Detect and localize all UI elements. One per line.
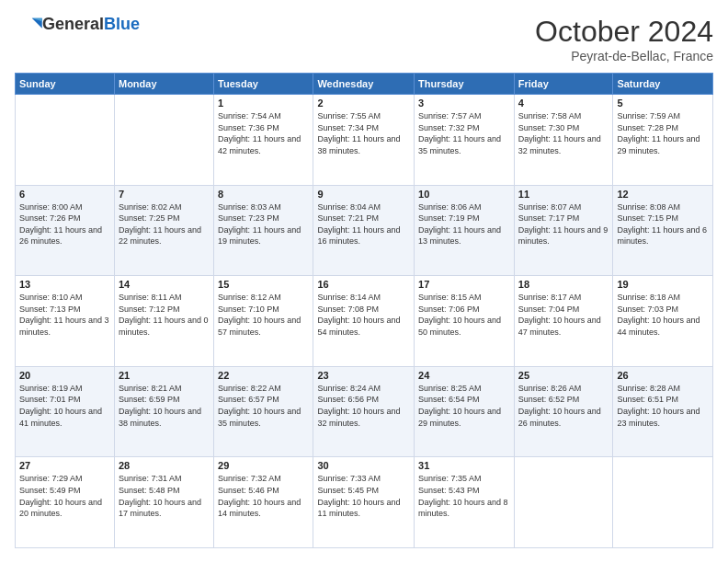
calendar-week-2: 6Sunrise: 8:00 AM Sunset: 7:26 PM Daylig… [16, 185, 713, 276]
cell-day-number: 18 [518, 279, 609, 290]
cell-detail: Sunrise: 8:11 AM Sunset: 7:12 PM Dayligh… [119, 292, 210, 338]
cell-detail: Sunrise: 8:07 AM Sunset: 7:17 PM Dayligh… [518, 201, 609, 247]
col-thursday: Thursday [415, 74, 515, 95]
calendar-cell: 29Sunrise: 7:32 AM Sunset: 5:46 PM Dayli… [214, 457, 313, 548]
calendar-cell: 3Sunrise: 7:57 AM Sunset: 7:32 PM Daylig… [415, 95, 515, 186]
cell-day-number: 9 [317, 189, 410, 200]
calendar-week-4: 20Sunrise: 8:19 AM Sunset: 7:01 PM Dayli… [16, 366, 713, 457]
calendar-week-3: 13Sunrise: 8:10 AM Sunset: 7:13 PM Dayli… [16, 276, 713, 367]
calendar-cell: 20Sunrise: 8:19 AM Sunset: 7:01 PM Dayli… [16, 366, 115, 457]
cell-detail: Sunrise: 8:15 AM Sunset: 7:06 PM Dayligh… [418, 292, 510, 338]
calendar-cell: 18Sunrise: 8:17 AM Sunset: 7:04 PM Dayli… [514, 276, 613, 367]
calendar-cell: 12Sunrise: 8:08 AM Sunset: 7:15 PM Dayli… [613, 185, 713, 276]
calendar-cell: 10Sunrise: 8:06 AM Sunset: 7:19 PM Dayli… [415, 185, 515, 276]
cell-day-number: 21 [119, 370, 210, 381]
calendar-cell: 28Sunrise: 7:31 AM Sunset: 5:48 PM Dayli… [114, 457, 213, 548]
calendar-cell [613, 457, 713, 548]
col-friday: Friday [514, 74, 613, 95]
calendar-cell [16, 95, 115, 186]
cell-detail: Sunrise: 8:04 AM Sunset: 7:21 PM Dayligh… [317, 201, 410, 247]
cell-day-number: 17 [418, 279, 510, 290]
calendar-cell: 9Sunrise: 8:04 AM Sunset: 7:21 PM Daylig… [313, 185, 415, 276]
col-sunday: Sunday [16, 74, 115, 95]
cell-detail: Sunrise: 7:57 AM Sunset: 7:32 PM Dayligh… [418, 110, 510, 156]
cell-detail: Sunrise: 8:19 AM Sunset: 7:01 PM Dayligh… [19, 383, 110, 429]
cell-detail: Sunrise: 8:08 AM Sunset: 7:15 PM Dayligh… [617, 201, 709, 247]
cell-detail: Sunrise: 8:10 AM Sunset: 7:13 PM Dayligh… [19, 292, 110, 338]
cell-day-number: 30 [317, 460, 410, 471]
cell-detail: Sunrise: 8:06 AM Sunset: 7:19 PM Dayligh… [418, 201, 510, 247]
cell-day-number: 1 [218, 98, 309, 109]
calendar-cell: 27Sunrise: 7:29 AM Sunset: 5:49 PM Dayli… [16, 457, 115, 548]
cell-detail: Sunrise: 8:25 AM Sunset: 6:54 PM Dayligh… [418, 383, 510, 429]
svg-rect-0 [17, 15, 42, 35]
calendar-cell: 19Sunrise: 8:18 AM Sunset: 7:03 PM Dayli… [613, 276, 713, 367]
calendar-table: Sunday Monday Tuesday Wednesday Thursday… [15, 73, 713, 548]
cell-detail: Sunrise: 7:35 AM Sunset: 5:43 PM Dayligh… [418, 473, 510, 519]
calendar-cell: 15Sunrise: 8:12 AM Sunset: 7:10 PM Dayli… [214, 276, 313, 367]
cell-detail: Sunrise: 7:55 AM Sunset: 7:34 PM Dayligh… [317, 110, 410, 156]
cell-detail: Sunrise: 7:59 AM Sunset: 7:28 PM Dayligh… [617, 110, 709, 156]
cell-day-number: 12 [617, 189, 709, 200]
cell-day-number: 10 [418, 189, 510, 200]
calendar-week-5: 27Sunrise: 7:29 AM Sunset: 5:49 PM Dayli… [16, 457, 713, 548]
cell-day-number: 4 [518, 98, 609, 109]
cell-detail: Sunrise: 7:32 AM Sunset: 5:46 PM Dayligh… [218, 473, 309, 519]
cell-day-number: 28 [119, 460, 210, 471]
calendar-cell: 13Sunrise: 8:10 AM Sunset: 7:13 PM Dayli… [16, 276, 115, 367]
calendar-cell: 22Sunrise: 8:22 AM Sunset: 6:57 PM Dayli… [214, 366, 313, 457]
cell-day-number: 22 [218, 370, 309, 381]
cell-day-number: 16 [317, 279, 410, 290]
cell-day-number: 13 [19, 279, 110, 290]
cell-day-number: 24 [418, 370, 510, 381]
calendar-cell: 14Sunrise: 8:11 AM Sunset: 7:12 PM Dayli… [114, 276, 213, 367]
cell-day-number: 23 [317, 370, 410, 381]
cell-day-number: 8 [218, 189, 309, 200]
logo: GeneralBlue [15, 15, 140, 35]
cell-detail: Sunrise: 7:31 AM Sunset: 5:48 PM Dayligh… [119, 473, 210, 519]
cell-day-number: 27 [19, 460, 110, 471]
calendar-cell: 4Sunrise: 7:58 AM Sunset: 7:30 PM Daylig… [514, 95, 613, 186]
col-monday: Monday [114, 74, 213, 95]
calendar-cell [114, 95, 213, 186]
cell-detail: Sunrise: 7:29 AM Sunset: 5:49 PM Dayligh… [19, 473, 110, 519]
calendar-cell: 31Sunrise: 7:35 AM Sunset: 5:43 PM Dayli… [415, 457, 515, 548]
cell-day-number: 31 [418, 460, 510, 471]
cell-day-number: 26 [617, 370, 709, 381]
calendar-cell: 8Sunrise: 8:03 AM Sunset: 7:23 PM Daylig… [214, 185, 313, 276]
calendar-header-row: Sunday Monday Tuesday Wednesday Thursday… [16, 74, 713, 95]
cell-day-number: 19 [617, 279, 709, 290]
logo-icon [17, 15, 42, 35]
cell-day-number: 2 [317, 98, 410, 109]
cell-detail: Sunrise: 8:26 AM Sunset: 6:52 PM Dayligh… [518, 383, 609, 429]
calendar-cell: 26Sunrise: 8:28 AM Sunset: 6:51 PM Dayli… [613, 366, 713, 457]
col-tuesday: Tuesday [214, 74, 313, 95]
cell-day-number: 20 [19, 370, 110, 381]
cell-detail: Sunrise: 8:14 AM Sunset: 7:08 PM Dayligh… [317, 292, 410, 338]
cell-detail: Sunrise: 8:24 AM Sunset: 6:56 PM Dayligh… [317, 383, 410, 429]
calendar-cell: 5Sunrise: 7:59 AM Sunset: 7:28 PM Daylig… [613, 95, 713, 186]
cell-detail: Sunrise: 7:54 AM Sunset: 7:36 PM Dayligh… [218, 110, 309, 156]
calendar-cell: 17Sunrise: 8:15 AM Sunset: 7:06 PM Dayli… [415, 276, 515, 367]
calendar-cell: 6Sunrise: 8:00 AM Sunset: 7:26 PM Daylig… [16, 185, 115, 276]
cell-detail: Sunrise: 8:12 AM Sunset: 7:10 PM Dayligh… [218, 292, 309, 338]
title-block: October 2024 Peyrat-de-Bellac, France [535, 15, 713, 63]
cell-day-number: 6 [19, 189, 110, 200]
col-saturday: Saturday [613, 74, 713, 95]
calendar-cell: 11Sunrise: 8:07 AM Sunset: 7:17 PM Dayli… [514, 185, 613, 276]
cell-detail: Sunrise: 8:28 AM Sunset: 6:51 PM Dayligh… [617, 383, 709, 429]
page-header: GeneralBlue October 2024 Peyrat-de-Bella… [15, 15, 713, 63]
cell-detail: Sunrise: 7:58 AM Sunset: 7:30 PM Dayligh… [518, 110, 609, 156]
cell-day-number: 7 [119, 189, 210, 200]
calendar-cell: 25Sunrise: 8:26 AM Sunset: 6:52 PM Dayli… [514, 366, 613, 457]
calendar-cell: 21Sunrise: 8:21 AM Sunset: 6:59 PM Dayli… [114, 366, 213, 457]
cell-detail: Sunrise: 8:03 AM Sunset: 7:23 PM Dayligh… [218, 201, 309, 247]
calendar-cell: 2Sunrise: 7:55 AM Sunset: 7:34 PM Daylig… [313, 95, 415, 186]
cell-day-number: 14 [119, 279, 210, 290]
cell-day-number: 5 [617, 98, 709, 109]
location: Peyrat-de-Bellac, France [535, 49, 713, 63]
cell-day-number: 29 [218, 460, 309, 471]
cell-detail: Sunrise: 8:22 AM Sunset: 6:57 PM Dayligh… [218, 383, 309, 429]
calendar-week-1: 1Sunrise: 7:54 AM Sunset: 7:36 PM Daylig… [16, 95, 713, 186]
cell-detail: Sunrise: 7:33 AM Sunset: 5:45 PM Dayligh… [317, 473, 410, 519]
